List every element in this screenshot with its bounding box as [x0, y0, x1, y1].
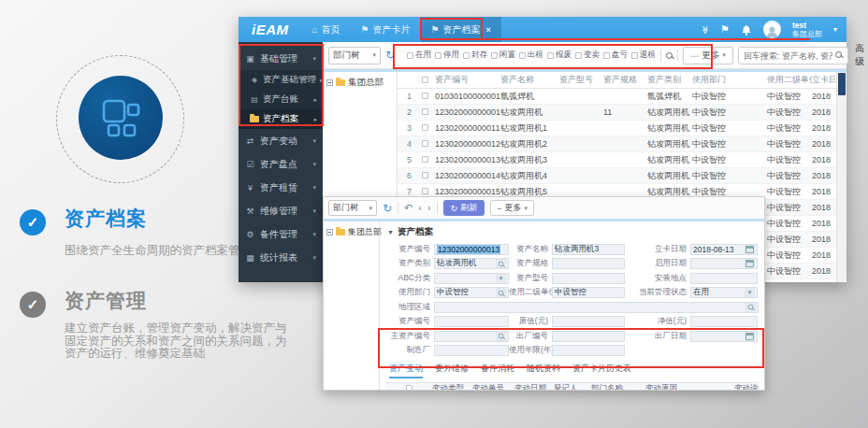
select-all-checkbox[interactable]	[416, 76, 435, 85]
field-input-当前管理状态[interactable]: 在用▾	[690, 287, 758, 298]
checkbox-icon[interactable]	[407, 52, 413, 59]
close-tab-icon[interactable]: ×	[485, 25, 490, 35]
flag-icon[interactable]: ⚑	[720, 23, 730, 36]
checkbox-icon[interactable]	[631, 52, 638, 59]
status-filter-7[interactable]: 盘亏	[603, 50, 628, 61]
status-filter-6[interactable]: 变卖	[575, 50, 600, 61]
status-filter-1[interactable]: 停用	[435, 50, 459, 61]
detail-tab-3[interactable]: 随机资料	[527, 363, 560, 378]
checkbox-icon[interactable]	[603, 52, 610, 59]
dropdown-caret-icon[interactable]: ▾	[745, 288, 755, 297]
sidebar-group-4[interactable]: ⚒维修管理▾	[239, 199, 323, 222]
scrollbar-thumb[interactable]	[838, 73, 846, 95]
checkbox-icon[interactable]	[422, 156, 428, 163]
row-checkbox[interactable]	[416, 155, 435, 164]
checkbox-icon[interactable]	[519, 52, 526, 59]
user-info[interactable]: test 集团总部	[792, 21, 822, 38]
field-input-资产编号[interactable]: 12302000000013	[434, 244, 509, 255]
subtable-column-5[interactable]: 变动原因	[645, 383, 734, 390]
sidebar-group-5[interactable]: ⚙备件管理▾	[239, 222, 323, 246]
sidebar-group-1[interactable]: ⇄资产变动▾	[239, 129, 323, 152]
sidebar-group-0[interactable]: ▣基础管理▾	[239, 47, 323, 70]
row-checkbox[interactable]	[416, 139, 435, 149]
vertical-scrollbar[interactable]	[836, 72, 846, 282]
sidebar-item-0-2[interactable]: 资产档案▸	[239, 109, 323, 129]
field-input-地理区域[interactable]	[434, 302, 759, 313]
status-filter-3[interactable]: 闲置	[491, 50, 515, 61]
calendar-icon[interactable]	[745, 332, 755, 341]
field-input-ABC分类[interactable]: ▾	[434, 273, 509, 284]
checkbox-icon[interactable]	[422, 188, 428, 194]
advanced-search-button[interactable]: 高级	[855, 42, 864, 68]
field-input-安装地点[interactable]	[690, 273, 758, 284]
bell-icon[interactable]	[741, 24, 752, 36]
tree-expand-icon[interactable]	[326, 79, 333, 86]
checkbox-icon[interactable]	[422, 108, 428, 115]
subtable-checkbox-cell[interactable]	[385, 384, 432, 390]
nav-tab-1[interactable]: ⚑资产卡片	[351, 17, 421, 42]
sidebar-group-3[interactable]: ¥资产租赁▾	[239, 176, 323, 199]
next-icon[interactable]: ›	[427, 203, 431, 213]
search-icon[interactable]	[496, 288, 506, 297]
sidebar-item-0-1[interactable]: ▤资产台账▸	[239, 90, 323, 109]
checkbox-icon[interactable]	[422, 140, 428, 147]
tree-root-node[interactable]: 集团总部	[326, 226, 376, 238]
field-input-使用部门[interactable]: 中设智控	[434, 287, 509, 298]
nav-tab-0[interactable]: ⌂首页	[302, 17, 351, 42]
field-input-资产名称[interactable]: 钻攻两用机3	[552, 244, 625, 255]
tree-expand-icon[interactable]	[326, 229, 333, 235]
checkbox-icon[interactable]	[422, 93, 428, 99]
checkbox-icon[interactable]	[547, 52, 554, 59]
status-filter-4[interactable]: 出租	[519, 50, 543, 61]
status-filter-2[interactable]: 封存	[463, 50, 487, 61]
prev-icon[interactable]: ‹	[418, 203, 422, 213]
sidebar-group-2[interactable]: ☑资产盘点▾	[239, 152, 323, 176]
user-avatar[interactable]	[763, 21, 781, 38]
sidebar-item-0-0[interactable]: ◈资产基础管理▸	[239, 70, 323, 90]
checkbox-icon[interactable]	[422, 172, 428, 178]
more-button[interactable]: − 更多▾	[490, 200, 534, 216]
field-input-启用日期[interactable]	[690, 258, 758, 269]
field-input-出厂编号[interactable]	[552, 331, 625, 342]
nav-tab-2[interactable]: ⚑资产档案×	[421, 17, 501, 42]
table-row[interactable]: 412302000000012钻攻两用机2钻攻两用机中设智控中设智控2018	[398, 136, 846, 152]
tree-root-node[interactable]: 集团总部	[326, 77, 393, 89]
subtable-column-2[interactable]: 变动日期	[514, 383, 554, 390]
table-row[interactable]: 512302000000013钻攻两用机3钻攻两用机中设智控中设智控2018	[398, 152, 846, 168]
subtable-column-6[interactable]: 变动说明	[734, 383, 759, 390]
calendar-icon[interactable]	[745, 245, 755, 254]
detail-tab-4[interactable]: 资产卡片历史表	[572, 363, 631, 378]
collapse-chevron-icon[interactable]: ≫	[700, 25, 709, 34]
row-checkbox[interactable]	[416, 107, 435, 117]
search-icon[interactable]	[835, 51, 842, 58]
field-input-原值(元)[interactable]	[552, 316, 625, 327]
field-input-资产型号[interactable]	[552, 273, 625, 284]
column-header-3[interactable]: 资产规格	[603, 74, 647, 86]
search-icon[interactable]	[745, 303, 756, 312]
detail-tab-1[interactable]: 委外维修	[435, 363, 469, 378]
checkbox-icon[interactable]	[435, 52, 441, 59]
detail-tab-0[interactable]: 资产变动	[389, 363, 423, 378]
field-input-资产规格[interactable]	[552, 258, 625, 269]
checkbox-icon[interactable]	[422, 77, 428, 83]
refresh-icon[interactable]: ↻	[385, 50, 395, 61]
field-input-主资产编号[interactable]	[434, 331, 509, 342]
refresh-button[interactable]: ↻ 刷新	[443, 200, 485, 216]
row-checkbox[interactable]	[416, 171, 435, 180]
table-row[interactable]: 612302000000014钻攻两用机4钻攻两用机中设智控中设智控2018	[398, 168, 846, 184]
calendar-icon[interactable]	[745, 259, 755, 268]
table-row[interactable]: 312302000000011钻攻两用机1钻攻两用机中设智控中设智控2018	[398, 121, 846, 136]
field-input-制造厂[interactable]	[434, 345, 509, 356]
subtable-column-3[interactable]: 登记人	[554, 383, 591, 390]
table-row[interactable]: 101030100000001氩弧焊机氩弧焊机中设智控中设智控2018	[398, 89, 846, 105]
row-checkbox[interactable]	[416, 92, 435, 101]
user-menu-caret-icon[interactable]: ▾	[833, 25, 837, 34]
detail-tab-2[interactable]: 备件消耗	[481, 363, 514, 378]
refresh-icon[interactable]: ↻	[383, 203, 392, 214]
dropdown-caret-icon[interactable]: ▾	[496, 274, 506, 283]
search-input[interactable]	[738, 47, 848, 64]
field-input-使用年限(年)[interactable]	[552, 345, 625, 356]
subtable-column-0[interactable]: 变动类型	[432, 383, 472, 390]
column-header-6[interactable]: 使用二级单位	[767, 74, 812, 86]
row-checkbox[interactable]	[416, 123, 435, 133]
